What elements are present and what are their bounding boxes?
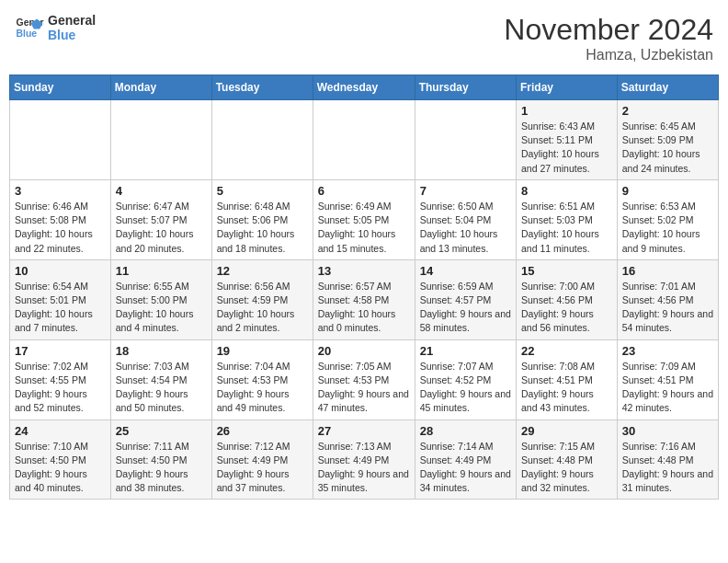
day-info: Sunrise: 7:15 AMSunset: 4:48 PMDaylight:… [521,440,612,496]
day-number: 8 [521,184,612,198]
day-number: 25 [116,424,207,438]
day-info: Sunrise: 6:46 AMSunset: 5:08 PMDaylight:… [15,200,106,256]
calendar-cell [110,100,211,180]
title-block: November 2024 Hamza, Uzbekistan [504,13,713,63]
day-number: 5 [217,184,308,198]
calendar-cell: 28Sunrise: 7:14 AMSunset: 4:49 PMDayligh… [415,419,516,500]
day-number: 18 [116,344,207,358]
day-info: Sunrise: 6:47 AMSunset: 5:07 PMDaylight:… [116,200,207,256]
day-info: Sunrise: 7:02 AMSunset: 4:55 PMDaylight:… [15,360,106,416]
calendar-cell: 16Sunrise: 7:01 AMSunset: 4:56 PMDayligh… [617,259,718,339]
calendar-cell: 4Sunrise: 6:47 AMSunset: 5:07 PMDaylight… [110,179,211,259]
logo-blue: Blue [48,28,96,42]
day-info: Sunrise: 6:59 AMSunset: 4:57 PMDaylight:… [420,280,511,336]
weekday-header: Thursday [415,75,516,100]
day-number: 1 [521,104,612,118]
day-info: Sunrise: 7:10 AMSunset: 4:50 PMDaylight:… [15,440,106,496]
weekday-header: Tuesday [211,75,313,100]
calendar-cell: 10Sunrise: 6:54 AMSunset: 5:01 PMDayligh… [10,259,111,339]
day-info: Sunrise: 6:43 AMSunset: 5:11 PMDaylight:… [521,120,612,176]
day-info: Sunrise: 6:54 AMSunset: 5:01 PMDaylight:… [15,280,106,336]
logo: General Blue General Blue [15,13,96,42]
day-number: 19 [217,344,308,358]
calendar-week-row: 1Sunrise: 6:43 AMSunset: 5:11 PMDaylight… [10,100,719,180]
calendar-cell [313,100,415,180]
weekday-header: Sunday [10,75,111,100]
day-info: Sunrise: 6:45 AMSunset: 5:09 PMDaylight:… [622,120,713,176]
day-info: Sunrise: 6:56 AMSunset: 4:59 PMDaylight:… [217,280,308,336]
svg-text:Blue: Blue [17,29,38,39]
calendar-cell: 6Sunrise: 6:49 AMSunset: 5:05 PMDaylight… [313,179,415,259]
day-number: 21 [420,344,511,358]
calendar-week-row: 24Sunrise: 7:10 AMSunset: 4:50 PMDayligh… [10,419,719,500]
day-number: 22 [521,344,612,358]
calendar-cell: 3Sunrise: 6:46 AMSunset: 5:08 PMDaylight… [10,179,111,259]
calendar-cell [211,100,313,180]
day-info: Sunrise: 7:01 AMSunset: 4:56 PMDaylight:… [622,280,713,336]
day-info: Sunrise: 7:05 AMSunset: 4:53 PMDaylight:… [318,360,410,416]
calendar-week-row: 3Sunrise: 6:46 AMSunset: 5:08 PMDaylight… [10,179,719,259]
day-number: 2 [622,104,713,118]
day-number: 30 [622,424,713,438]
calendar-cell: 22Sunrise: 7:08 AMSunset: 4:51 PMDayligh… [517,339,618,419]
location: Hamza, Uzbekistan [504,47,713,63]
weekday-header: Monday [110,75,211,100]
day-number: 9 [622,184,713,198]
calendar-cell: 1Sunrise: 6:43 AMSunset: 5:11 PMDaylight… [517,100,618,180]
day-info: Sunrise: 6:49 AMSunset: 5:05 PMDaylight:… [318,200,410,256]
day-info: Sunrise: 7:11 AMSunset: 4:50 PMDaylight:… [116,440,207,496]
calendar-cell: 15Sunrise: 7:00 AMSunset: 4:56 PMDayligh… [517,259,618,339]
day-number: 6 [318,184,410,198]
calendar-cell: 27Sunrise: 7:13 AMSunset: 4:49 PMDayligh… [313,419,415,500]
calendar-cell [415,100,516,180]
calendar-cell: 8Sunrise: 6:51 AMSunset: 5:03 PMDaylight… [517,179,618,259]
day-number: 27 [318,424,410,438]
day-number: 24 [15,424,106,438]
calendar-cell: 25Sunrise: 7:11 AMSunset: 4:50 PMDayligh… [110,419,211,500]
day-info: Sunrise: 7:04 AMSunset: 4:53 PMDaylight:… [217,360,308,416]
day-info: Sunrise: 6:51 AMSunset: 5:03 PMDaylight:… [521,200,612,256]
day-info: Sunrise: 7:07 AMSunset: 4:52 PMDaylight:… [420,360,511,416]
calendar-cell [10,100,111,180]
weekday-header: Wednesday [313,75,415,100]
calendar-cell: 19Sunrise: 7:04 AMSunset: 4:53 PMDayligh… [211,339,313,419]
day-number: 17 [15,344,106,358]
day-number: 20 [318,344,410,358]
calendar-header-row: SundayMondayTuesdayWednesdayThursdayFrid… [10,75,719,100]
calendar-week-row: 10Sunrise: 6:54 AMSunset: 5:01 PMDayligh… [10,259,719,339]
weekday-header: Saturday [617,75,718,100]
day-number: 3 [15,184,106,198]
calendar-table: SundayMondayTuesdayWednesdayThursdayFrid… [9,75,719,500]
day-number: 29 [521,424,612,438]
month-title: November 2024 [504,13,713,47]
day-number: 26 [217,424,308,438]
calendar-cell: 24Sunrise: 7:10 AMSunset: 4:50 PMDayligh… [10,419,111,500]
calendar-cell: 14Sunrise: 6:59 AMSunset: 4:57 PMDayligh… [415,259,516,339]
calendar-cell: 12Sunrise: 6:56 AMSunset: 4:59 PMDayligh… [211,259,313,339]
calendar-cell: 7Sunrise: 6:50 AMSunset: 5:04 PMDaylight… [415,179,516,259]
day-info: Sunrise: 7:12 AMSunset: 4:49 PMDaylight:… [217,440,308,496]
calendar-cell: 23Sunrise: 7:09 AMSunset: 4:51 PMDayligh… [617,339,718,419]
day-number: 13 [318,264,410,278]
day-number: 11 [116,264,207,278]
day-info: Sunrise: 6:50 AMSunset: 5:04 PMDaylight:… [420,200,511,256]
calendar-cell: 26Sunrise: 7:12 AMSunset: 4:49 PMDayligh… [211,419,313,500]
day-number: 28 [420,424,511,438]
calendar-cell: 29Sunrise: 7:15 AMSunset: 4:48 PMDayligh… [517,419,618,500]
day-number: 14 [420,264,511,278]
day-info: Sunrise: 7:08 AMSunset: 4:51 PMDaylight:… [521,360,612,416]
day-info: Sunrise: 7:14 AMSunset: 4:49 PMDaylight:… [420,440,511,496]
calendar-cell: 30Sunrise: 7:16 AMSunset: 4:48 PMDayligh… [617,419,718,500]
calendar-cell: 18Sunrise: 7:03 AMSunset: 4:54 PMDayligh… [110,339,211,419]
calendar-cell: 21Sunrise: 7:07 AMSunset: 4:52 PMDayligh… [415,339,516,419]
day-info: Sunrise: 7:13 AMSunset: 4:49 PMDaylight:… [318,440,410,496]
day-info: Sunrise: 6:48 AMSunset: 5:06 PMDaylight:… [217,200,308,256]
day-number: 15 [521,264,612,278]
day-info: Sunrise: 7:03 AMSunset: 4:54 PMDaylight:… [116,360,207,416]
weekday-header: Friday [517,75,618,100]
day-number: 4 [116,184,207,198]
day-info: Sunrise: 6:57 AMSunset: 4:58 PMDaylight:… [318,280,410,336]
logo-icon: General Blue [15,13,44,42]
calendar-cell: 13Sunrise: 6:57 AMSunset: 4:58 PMDayligh… [313,259,415,339]
day-number: 10 [15,264,106,278]
